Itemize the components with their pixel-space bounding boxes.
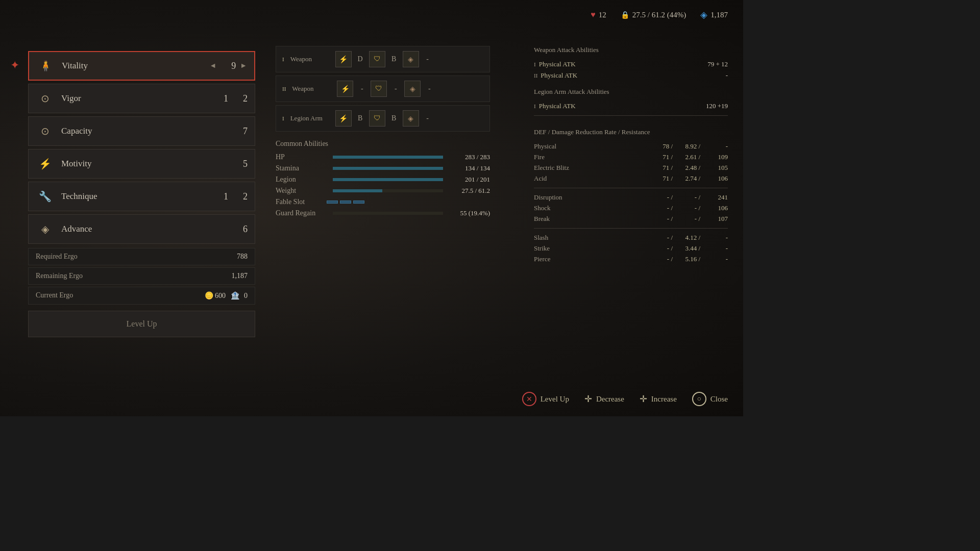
def-values-1: 71 / 2.61 / 109 (652, 153, 728, 161)
def-v2-5: - / (680, 204, 700, 212)
def-v3-7: - (707, 234, 728, 242)
ability-name-3: Weight (276, 187, 327, 195)
legion-attack-name-0: Physical ATK (539, 102, 576, 110)
weapon-attack-value-1: - (726, 71, 728, 80)
def-name-5: Shock (534, 204, 585, 212)
decrease-label: Decrease (596, 395, 624, 404)
def-divider-4 (534, 188, 728, 188)
level-up-bottom-button[interactable]: ✕ Level Up (522, 392, 569, 406)
ability-row-4: Fable Slot (276, 198, 490, 206)
fable-dot-1 (340, 201, 351, 204)
weapon-attack-label-0: I Physical ATK (534, 60, 576, 68)
def-values-6: - / - / 107 (652, 215, 728, 223)
legion-arm-section: Legion Arm Attack Abilities I Physical A… (534, 88, 728, 110)
stat-row-vigor[interactable]: ⊙ Vigor 1 2 (28, 84, 255, 113)
weapon-icon1-2: ⚡ (335, 110, 352, 127)
stat-row-motivity[interactable]: ⚡ Motivity 5 (28, 149, 255, 179)
def-name-6: Break (534, 215, 585, 223)
weapon-icon2-0: 🛡 (369, 51, 385, 67)
weapon-slot-1: ⚡ - 🛡 - ◈ - (337, 81, 483, 97)
stat-nav-left-vigor: 1 (213, 93, 228, 104)
arrow-right-icon: ► (240, 62, 247, 70)
increase-icon: ✛ (640, 393, 647, 405)
def-v1-3: 71 / (652, 174, 673, 183)
weapon-icon1-0: ⚡ (335, 51, 352, 67)
stat-value-advance: 6 (232, 224, 248, 235)
legion-attack-roman-0: I (534, 103, 536, 109)
stat-icon-technique: 🔧 (36, 187, 54, 206)
stat-name-technique: Technique (61, 191, 213, 202)
def-v1-0: 78 / (652, 142, 673, 151)
stat-icon-capacity: ⊙ (36, 122, 54, 140)
def-v3-5: 106 (707, 204, 728, 212)
def-values-0: 78 / 8.92 / - (652, 142, 728, 151)
stat-name-vigor: Vigor (61, 93, 213, 104)
abilities-section: Common Abilities HP 283 / 283 Stamina 13… (276, 140, 490, 217)
ability-value-5: 55 (19.4%) (449, 209, 490, 217)
x-circle-icon: ✕ (522, 392, 536, 406)
stat-row-capacity[interactable]: ⊙ Capacity 7 (28, 116, 255, 146)
health-value: 12 (599, 11, 606, 19)
def-name-4: Disruption (534, 193, 585, 202)
right-panel: Weapon Attack Abilities I Physical ATK 7… (534, 46, 728, 266)
stat-row-vitality[interactable]: 🧍 Vitality ◄ 9 ► (28, 51, 255, 81)
weapon-slot-2: ⚡ B 🛡 B ◈ - (335, 110, 483, 127)
legion-attack-value-0: 120 +19 (706, 102, 728, 110)
def-v3-3: 106 (707, 174, 728, 183)
required-ergo-label: Required Ergo (36, 253, 78, 261)
def-v1-1: 71 / (652, 153, 673, 161)
def-v2-1: 2.61 / (680, 153, 700, 161)
def-values-8: - / 3.44 / - (652, 244, 728, 253)
def-row-2: Electric Blitz 71 / 2.48 / 105 (534, 164, 728, 172)
bottom-bar: ✕ Level Up ✛ Decrease ✛ Increase ○ Close (522, 392, 728, 406)
ability-value-0: 283 / 283 (449, 153, 490, 161)
decrease-button[interactable]: ✛ Decrease (584, 393, 624, 405)
increase-button[interactable]: ✛ Increase (640, 393, 677, 405)
level-up-button[interactable]: Level Up (28, 311, 255, 337)
def-values-3: 71 / 2.74 / 106 (652, 174, 728, 183)
stat-value-capacity: 7 (232, 126, 248, 137)
stat-row-technique[interactable]: 🔧 Technique 1 2 (28, 182, 255, 211)
grade2-2: B (390, 114, 398, 122)
ability-row-3: Weight 27.5 / 61.2 (276, 187, 490, 195)
ability-row-2: Legion 201 / 201 (276, 176, 490, 184)
grade1-2: B (357, 114, 364, 122)
weapon-icon2-2: 🛡 (369, 110, 385, 127)
def-v2-3: 2.74 / (680, 174, 700, 183)
def-v2-9: 5.16 / (680, 255, 700, 263)
stat-row-advance[interactable]: ◈ Advance 6 (28, 214, 255, 244)
weapon-attack-name-1: Physical ATK (541, 71, 577, 80)
def-values-2: 71 / 2.48 / 105 (652, 164, 728, 172)
level-up-label: Level Up (127, 319, 157, 328)
weapon-label-0: Weapon (290, 55, 331, 63)
def-title: DEF / Damage Reduction Rate / Resistance (534, 128, 728, 138)
stat-nav-vigor: 1 2 (213, 93, 248, 104)
weapon-attack-row-1: II Physical ATK - (534, 71, 728, 80)
def-v2-4: - / (680, 193, 700, 202)
weapon-attack-title: Weapon Attack Abilities (534, 46, 728, 56)
weapon-row-0: I Weapon ⚡ D 🛡 B ◈ - (276, 46, 490, 72)
weapon-row-1: II Weapon ⚡ - 🛡 - ◈ - (276, 76, 490, 102)
def-v3-2: 105 (707, 164, 728, 172)
grade1-1: - (358, 85, 365, 93)
def-name-7: Slash (534, 234, 585, 242)
weapon-slot-0: ⚡ D 🛡 B ◈ - (335, 51, 483, 67)
required-ergo-value: 788 (237, 253, 248, 261)
weapons-panel: I Weapon ⚡ D 🛡 B ◈ - II Weapon ⚡ - 🛡 - ◈… (276, 46, 490, 220)
close-circle-icon: ○ (692, 392, 706, 406)
weight-display: 🔒 27.5 / 61.2 (44%) (621, 11, 686, 19)
grade3-2: - (424, 114, 431, 122)
weapon-icon2-1: 🛡 (371, 81, 387, 97)
def-divider-7 (534, 228, 728, 229)
close-button[interactable]: ○ Close (692, 392, 728, 406)
stat-value-vitality: 9 (220, 61, 236, 71)
def-name-0: Physical (534, 142, 585, 151)
def-v1-8: - / (652, 244, 673, 253)
ability-name-1: Stamina (276, 164, 327, 172)
ability-value-1: 134 / 134 (449, 164, 490, 172)
def-v3-1: 109 (707, 153, 728, 161)
ability-name-0: HP (276, 153, 327, 161)
stat-name-motivity: Motivity (61, 159, 232, 169)
stat-nav-technique: 1 2 (213, 191, 248, 202)
stat-name-vitality: Vitality (62, 61, 209, 71)
